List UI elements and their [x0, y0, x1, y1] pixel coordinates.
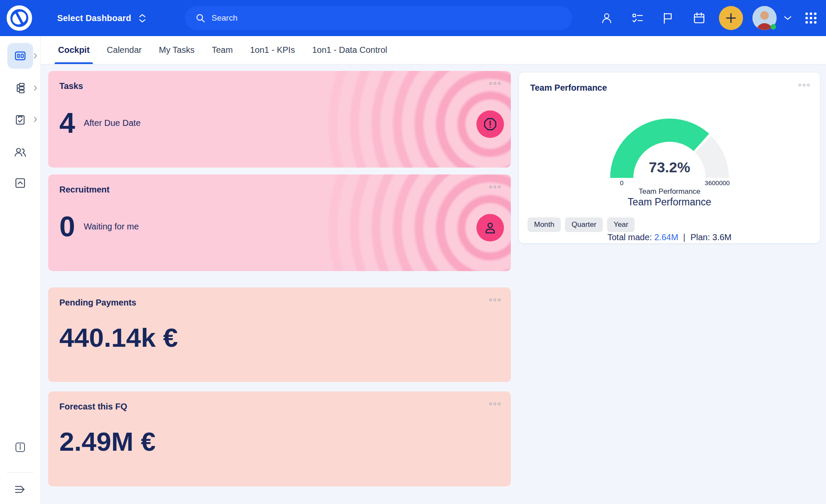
clipboard-check-icon	[14, 113, 26, 125]
gauge-percent: 73.2%	[605, 159, 734, 176]
box-chevron-up-icon	[14, 177, 26, 189]
card-menu-button[interactable]	[798, 84, 810, 86]
recruitment-stat: 0 Waiting for me	[59, 212, 139, 241]
team-performance-card[interactable]: Team Performance 73.2% 0 3600000 Team Pe…	[519, 73, 820, 243]
card-menu-button[interactable]	[489, 186, 501, 188]
expand-sidebar-icon	[14, 484, 27, 495]
calendar-icon[interactable]	[689, 0, 709, 36]
tab-calendar[interactable]: Calendar	[106, 36, 142, 64]
pending-payments-value: 440.14k €	[59, 324, 178, 351]
search-bar[interactable]	[185, 6, 572, 30]
gauge-max-label: 3600000	[694, 179, 741, 186]
tasks-card[interactable]: Tasks 4 After Due Date	[48, 71, 511, 168]
sidebar-item-structure[interactable]	[7, 75, 33, 101]
gauge-min-label: 0	[611, 179, 633, 186]
search-input[interactable]	[212, 13, 547, 23]
search-icon	[195, 13, 206, 23]
tree-structure-icon	[14, 82, 26, 94]
total-made-label: Total made:	[608, 232, 652, 242]
performance-subtitle: Team Performance	[519, 196, 820, 208]
pending-payments-card[interactable]: Pending Payments 440.14k €	[48, 287, 511, 382]
dashboard-content: Tasks 4 After Due Date Recruitment 0 Wai…	[41, 64, 826, 504]
performance-gauge: 73.2% 0 3600000 Team Performance	[605, 113, 734, 197]
forecast-value: 2.49M €	[59, 428, 156, 455]
card-title: Team Performance	[530, 83, 607, 93]
totals-line: Total made: 2.64M | Plan: 3.6M	[519, 232, 820, 242]
top-header: Select Dashboard	[0, 0, 826, 36]
tab-label: 1on1 - KPIs	[250, 45, 295, 55]
tasks-count: 4	[59, 109, 75, 137]
person-icon	[483, 220, 497, 235]
users-icon	[14, 146, 27, 158]
card-menu-button[interactable]	[489, 82, 501, 85]
totals-divider: |	[681, 232, 688, 242]
selector-updown-icon	[139, 14, 146, 23]
sidebar-item-archive[interactable]	[7, 170, 33, 196]
app-logo-icon[interactable]	[6, 5, 33, 31]
avatar-chevron-down-icon[interactable]	[779, 0, 796, 36]
dashboard-selector[interactable]: Select Dashboard	[57, 0, 146, 36]
tasks-checklist-icon[interactable]	[627, 0, 648, 36]
card-title: Forecast this FQ	[59, 402, 127, 412]
card-menu-button[interactable]	[489, 299, 501, 301]
info-icon	[15, 442, 26, 453]
tab-label: Team	[212, 45, 233, 55]
gauge-axis-label: Team Performance	[605, 187, 734, 196]
recruitment-card[interactable]: Recruitment 0 Waiting for me	[48, 174, 511, 271]
add-button[interactable]	[719, 6, 743, 30]
plan-label: Plan:	[691, 232, 710, 242]
tab-label: My Tasks	[159, 45, 195, 55]
plan-value: 3.6M	[712, 232, 731, 242]
card-title: Pending Payments	[59, 298, 136, 308]
online-status-dot	[771, 24, 776, 30]
sidebar-item-people[interactable]	[7, 139, 33, 165]
flag-icon[interactable]	[657, 0, 678, 36]
sidebar-item-info[interactable]	[7, 434, 33, 460]
tab-1on1-data-control[interactable]: 1on1 - Data Control	[311, 36, 388, 64]
dashboard-tabbar: Cockpit Calendar My Tasks Team 1on1 - KP…	[41, 36, 826, 64]
tab-team[interactable]: Team	[211, 36, 234, 64]
tab-my-tasks[interactable]: My Tasks	[158, 36, 196, 64]
sidebar-expand-button[interactable]	[7, 477, 33, 502]
recruitment-count-label: Waiting for me	[84, 222, 139, 232]
recruitment-count: 0	[59, 212, 75, 241]
card-title: Recruitment	[59, 185, 110, 195]
apps-grid-icon[interactable]	[801, 0, 821, 36]
tab-label: Cockpit	[58, 45, 89, 55]
tab-cockpit[interactable]: Cockpit	[57, 36, 90, 64]
tab-label: 1on1 - Data Control	[312, 45, 387, 55]
sidebar-item-dashboards[interactable]	[7, 43, 33, 69]
sidebar	[0, 36, 41, 504]
profile-icon[interactable]	[596, 0, 617, 36]
period-month-button[interactable]: Month	[528, 217, 561, 232]
tab-label: Calendar	[107, 45, 141, 55]
card-title: Tasks	[59, 81, 83, 91]
sidebar-chevron-structure[interactable]	[34, 75, 40, 101]
period-quarter-button[interactable]: Quarter	[565, 217, 603, 232]
alert-badge	[476, 110, 504, 138]
forecast-card[interactable]: Forecast this FQ 2.49M €	[48, 391, 511, 486]
period-year-button[interactable]: Year	[607, 217, 635, 232]
period-toggle-group: Month Quarter Year	[528, 217, 635, 232]
alert-octagon-icon	[483, 117, 497, 131]
sidebar-chevron-dashboards[interactable]	[34, 43, 40, 69]
tab-1on1-kpis[interactable]: 1on1 - KPIs	[249, 36, 296, 64]
dashboard-selector-label: Select Dashboard	[57, 13, 131, 23]
sidebar-divider	[7, 472, 34, 473]
total-made-value-link[interactable]: 2.64M	[654, 232, 679, 242]
sidebar-chevron-checkins[interactable]	[34, 107, 40, 132]
card-menu-button[interactable]	[489, 403, 501, 405]
tasks-stat: 4 After Due Date	[59, 109, 141, 137]
sidebar-item-checkins[interactable]	[7, 107, 33, 132]
dashboard-icon	[14, 50, 26, 62]
person-badge	[476, 214, 504, 241]
tasks-count-label: After Due Date	[84, 118, 141, 128]
